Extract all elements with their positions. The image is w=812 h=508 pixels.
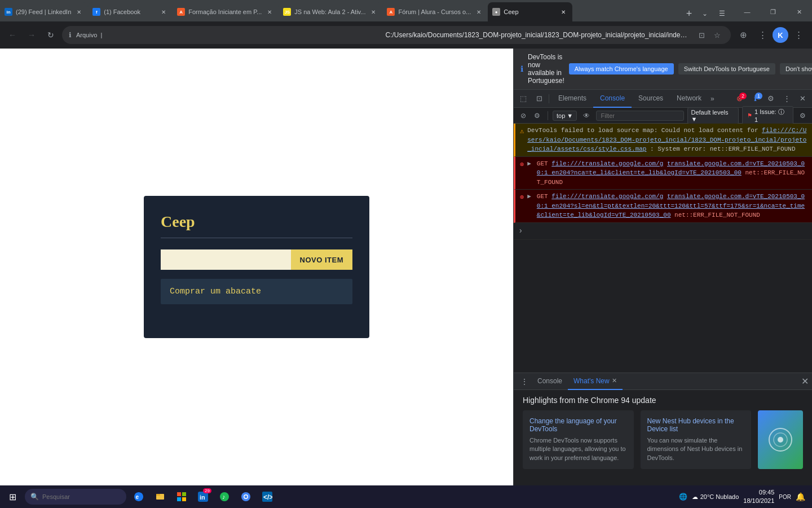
- new-tab-button[interactable]: +: [681, 6, 697, 21]
- whats-new-cards: Change the language of your DevTools Chr…: [523, 410, 803, 469]
- url-prefix-label: Arquivo |: [76, 32, 381, 38]
- match-language-button[interactable]: Always match Chrome's language: [569, 63, 674, 75]
- console-error-text-1: GET file:///translate.google.com/g trans…: [537, 159, 807, 187]
- console-output: ⚠ DevTools failed to load source map: Co…: [514, 124, 812, 373]
- tab-bar: in (29) Feed | LinkedIn ✕ f (1) Facebook…: [0, 0, 812, 21]
- url-actions: ⊡ ☆: [695, 28, 724, 42]
- tab-list-button[interactable]: ☰: [714, 6, 730, 21]
- toolbar-right: ⊕ ⋮ K ⋮: [734, 26, 807, 44]
- clear-console-button[interactable]: ⊘: [517, 110, 529, 122]
- expand-button-2[interactable]: ▶: [527, 192, 531, 202]
- content-area: Ceep NOVO ITEM Comprar um abacate ℹ DevT…: [0, 49, 812, 485]
- expand-button-1[interactable]: ▶: [527, 159, 531, 169]
- context-selector[interactable]: top ▼: [553, 111, 577, 121]
- taskbar-music-icon[interactable]: ♪: [214, 487, 235, 507]
- tab-close-btn[interactable]: ✕: [265, 7, 274, 16]
- tab-network[interactable]: Network: [670, 90, 708, 108]
- console-link-1[interactable]: file:///C:/Users/kaio/Documents/1823_DOM…: [527, 127, 806, 152]
- log-levels-select[interactable]: Default levels ▼: [687, 107, 739, 124]
- whats-new-tab-close[interactable]: ✕: [612, 377, 617, 384]
- extensions-button[interactable]: ⋮: [753, 26, 771, 44]
- taskbar-right: 🌐 ☁ 20°C Nublado 09:45 18/10/2021 POR 🔔: [679, 488, 810, 506]
- url-bar[interactable]: ℹ Arquivo | C:/Users/kaio/Documents/1823…: [62, 26, 731, 44]
- ceep-input[interactable]: [161, 249, 291, 270]
- menu-button[interactable]: ⋮: [789, 26, 807, 44]
- error-icon-1: ⊗: [520, 160, 524, 170]
- card1-title[interactable]: Change the language of your DevTools: [529, 417, 627, 433]
- forward-button[interactable]: →: [24, 27, 39, 43]
- more-tabs-button[interactable]: »: [708, 95, 717, 103]
- tab-favicon: f: [92, 8, 100, 16]
- tab-console[interactable]: Console: [593, 90, 632, 108]
- drawer-menu-button[interactable]: ⋮: [517, 377, 532, 386]
- tab-favicon: A: [177, 8, 185, 16]
- taskbar-edge-icon[interactable]: e: [129, 487, 149, 507]
- error-link-2a[interactable]: file:///translate.google.com/g: [551, 193, 663, 200]
- console-filter-input[interactable]: [596, 111, 684, 121]
- refresh-button[interactable]: ↻: [43, 27, 59, 43]
- bookmark-button[interactable]: ☆: [710, 28, 724, 42]
- device-toolbar-button[interactable]: ⊡: [532, 91, 546, 106]
- console-warning-text: DevTools failed to load source map: Coul…: [527, 126, 807, 154]
- eye-button[interactable]: 👁: [580, 110, 592, 122]
- console-settings-button[interactable]: ⚙: [531, 110, 543, 122]
- tab-close-btn[interactable]: ✕: [369, 7, 378, 16]
- tab-favicon: ●: [492, 8, 500, 16]
- browser-tab-tab3[interactable]: A Formação Iniciante em P... ✕: [173, 2, 279, 21]
- devtools-panel: ℹ DevTools is now available in Portugues…: [513, 49, 812, 485]
- close-button[interactable]: ✕: [786, 2, 812, 21]
- tab-elements[interactable]: Elements: [551, 90, 593, 108]
- info-badge: ℹ 1: [748, 91, 762, 106]
- banner-text: DevTools is now available in Portuguese!: [528, 53, 564, 85]
- search-input[interactable]: [42, 493, 116, 500]
- browser-tab-tab4[interactable]: JS JS na Web: Aula 2 - Ativ... ✕: [279, 2, 382, 21]
- tab-close-btn[interactable]: ✕: [474, 7, 483, 16]
- svg-rect-5: [156, 494, 160, 496]
- drawer-tab-whats-new[interactable]: What's New ✕: [568, 373, 623, 390]
- drawer-close-button[interactable]: ✕: [801, 376, 809, 387]
- ceep-item: Comprar um abacate: [161, 279, 352, 304]
- taskbar-search[interactable]: 🔍: [25, 489, 126, 505]
- browser-tab-tab5[interactable]: A Fórum | Alura - Cursos o... ✕: [382, 2, 488, 21]
- taskbar-linkedin-icon[interactable]: in 29: [193, 487, 213, 507]
- dont-show-button[interactable]: Don't show again: [780, 63, 812, 75]
- drawer-tab-console[interactable]: Console: [532, 373, 568, 390]
- ceep-add-button[interactable]: NOVO ITEM: [291, 249, 352, 270]
- error-badge: ⊗ 2: [732, 91, 747, 106]
- error-link-1a[interactable]: file:///translate.google.com/g: [551, 160, 663, 167]
- notification-icon[interactable]: 🔔: [796, 492, 805, 501]
- console-left-buttons: ⊘ ⚙: [517, 110, 543, 122]
- browser-tab-tab1[interactable]: in (29) Feed | LinkedIn ✕: [0, 2, 88, 21]
- inspect-element-button[interactable]: ⬚: [516, 91, 531, 106]
- console-settings-btn2[interactable]: ⚙: [797, 110, 809, 122]
- settings-button[interactable]: ⚙: [764, 91, 778, 106]
- browser-tab-tab2[interactable]: f (1) Facebook ✕: [88, 2, 173, 21]
- tab-close-btn[interactable]: ✕: [74, 7, 83, 16]
- close-devtools-button[interactable]: ✕: [795, 91, 810, 106]
- minimize-button[interactable]: —: [734, 2, 760, 21]
- tab-title: Fórum | Alura - Cursos o...: [398, 8, 471, 15]
- browser-tab-tab6[interactable]: ● Ceep ✕: [488, 2, 572, 21]
- customize-button[interactable]: ⋮: [779, 91, 794, 106]
- taskbar-explorer-icon[interactable]: [150, 487, 170, 507]
- tab-favicon: A: [387, 8, 395, 16]
- tab-search-button[interactable]: ⌄: [697, 6, 713, 21]
- tab-close-btn[interactable]: ✕: [559, 7, 568, 16]
- start-button[interactable]: ⊞: [2, 487, 23, 507]
- time-display: 09:45: [743, 488, 774, 497]
- switch-language-button[interactable]: Switch DevTools to Portuguese: [678, 63, 775, 75]
- profile-button[interactable]: K: [773, 27, 788, 43]
- taskbar-store-icon[interactable]: [171, 487, 192, 507]
- screen-cast-button[interactable]: ⊡: [695, 28, 708, 42]
- error-icon-2: ⊗: [520, 192, 524, 203]
- taskbar-chrome-icon[interactable]: [236, 487, 256, 507]
- account-button[interactable]: ⊕: [734, 26, 752, 44]
- taskbar-vscode-icon[interactable]: </>: [257, 487, 277, 507]
- maximize-button[interactable]: ❐: [760, 2, 786, 21]
- main-page: Ceep NOVO ITEM Comprar um abacate: [0, 49, 513, 485]
- tab-sources[interactable]: Sources: [632, 90, 670, 108]
- card2-title[interactable]: New Nest Hub devices in the Device list: [647, 417, 745, 433]
- back-button[interactable]: ←: [5, 27, 20, 43]
- expand-all-button[interactable]: ›: [518, 225, 523, 237]
- tab-close-btn[interactable]: ✕: [159, 7, 168, 16]
